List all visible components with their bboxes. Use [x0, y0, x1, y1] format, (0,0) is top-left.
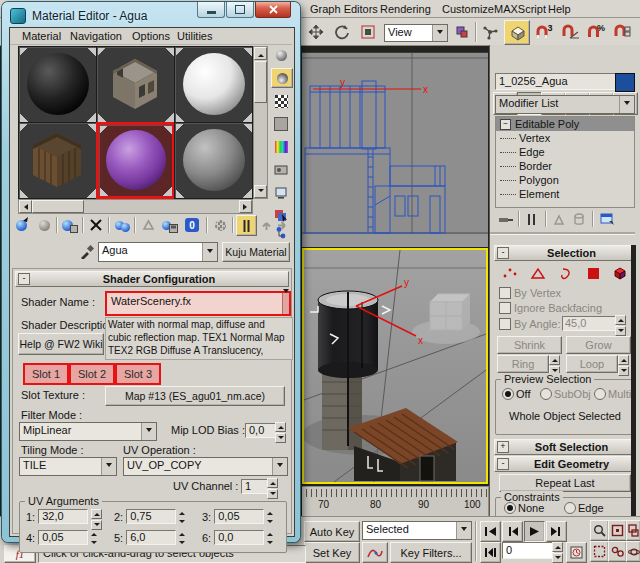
stack-item-border[interactable]: Border [496, 159, 634, 173]
material-name-dropdown[interactable]: Agua [98, 242, 218, 262]
by-angle-field[interactable]: 45,0 [562, 316, 618, 331]
uv-arg-spinner[interactable] [91, 509, 102, 524]
collapse-icon[interactable]: - [497, 458, 509, 470]
tiling-mode-dropdown[interactable]: TILE [19, 457, 117, 476]
horizontal-scroll-thumb[interactable] [32, 200, 84, 213]
grow-button[interactable]: Grow [566, 336, 631, 354]
preview-off-radio[interactable] [502, 388, 514, 400]
options-icon[interactable] [271, 184, 291, 202]
material-slot-3[interactable] [174, 46, 253, 123]
chevron-down-icon[interactable] [282, 293, 289, 314]
use-pivot-center-icon[interactable] [452, 22, 472, 42]
show-end-result-icon[interactable] [236, 215, 257, 236]
chevron-down-icon[interactable] [272, 458, 287, 475]
zoom-extents-icon[interactable] [608, 520, 627, 541]
menu-material[interactable]: Material [18, 29, 65, 43]
constraint-edge-radio[interactable] [564, 502, 576, 514]
border-subobject-icon[interactable] [554, 264, 578, 282]
uv-channel-spinner[interactable] [267, 478, 278, 495]
chevron-down-icon[interactable] [456, 522, 471, 539]
current-frame-field[interactable]: 0 [502, 542, 554, 559]
next-frame-button[interactable] [546, 521, 567, 542]
material-slot-5-selected[interactable] [96, 122, 175, 199]
rollout-soft-selection[interactable]: + Soft Selection [494, 439, 635, 455]
preview-multi-radio[interactable] [594, 388, 606, 400]
menu-rendering[interactable]: Rendering [376, 2, 435, 16]
tab-slot-2[interactable]: Slot 2 [69, 363, 115, 385]
uv-operation-dropdown[interactable]: UV_OP_COPY [123, 457, 288, 476]
ring-button[interactable]: Ring [497, 355, 549, 373]
menu-navigation[interactable]: Navigation [66, 29, 126, 43]
sample-uv-tiling-icon[interactable] [271, 115, 291, 133]
select-manipulate-icon[interactable] [480, 22, 500, 42]
assign-material-to-selection-icon[interactable] [61, 216, 79, 234]
uv-arg-field[interactable]: 0,05 [38, 530, 88, 545]
region-zoom-icon[interactable] [590, 541, 609, 562]
by-vertex-checkbox[interactable] [499, 287, 511, 299]
reference-coordsys-dropdown[interactable]: View [384, 24, 448, 42]
pin-stack-icon[interactable] [496, 211, 514, 227]
edge-subobject-icon[interactable] [526, 264, 550, 282]
background-icon[interactable] [271, 92, 291, 110]
menu-maxscript[interactable]: MAXScript [490, 2, 550, 16]
get-material-icon[interactable] [13, 216, 31, 234]
percent-snap-icon[interactable]: % [585, 22, 607, 42]
command-panel-scrollbar[interactable] [631, 245, 636, 516]
menu-help[interactable]: Help [544, 2, 575, 16]
chevron-down-icon[interactable] [432, 25, 447, 41]
uv-arg-spinner[interactable] [179, 530, 190, 545]
reset-map-icon[interactable] [87, 216, 105, 234]
vertical-scroll-thumb[interactable] [254, 61, 267, 103]
zoom-extents-all-icon[interactable] [626, 520, 640, 541]
menu-utilities[interactable]: Utilities [173, 29, 216, 43]
pick-material-eyedropper-icon[interactable] [78, 242, 96, 260]
object-name-field[interactable]: 1_0256_Agua [495, 73, 617, 90]
uv-arg-field[interactable]: 0,0 [214, 530, 264, 545]
menu-options[interactable]: Options [128, 29, 174, 43]
stack-item-element[interactable]: Element [496, 187, 634, 201]
snaps-toggle-button[interactable] [504, 20, 530, 45]
close-button[interactable] [255, 2, 291, 18]
viewport-front[interactable]: y x [302, 52, 488, 247]
constraint-none-radio[interactable] [504, 502, 516, 514]
selection-set-dropdown[interactable]: Selected [362, 521, 472, 540]
mip-lod-bias-field[interactable]: 0,0 [245, 423, 279, 438]
menu-customize[interactable]: Customize [438, 2, 498, 16]
spinner-snap-icon[interactable] [611, 22, 633, 42]
ring-spinner[interactable] [549, 355, 560, 371]
shader-name-dropdown-highlighted[interactable]: WaterScenery.fx [105, 291, 291, 316]
modifier-list-dropdown[interactable]: Modifier List [495, 95, 635, 114]
uv-arg-field[interactable]: 0,75 [126, 509, 176, 524]
slot-texture-button[interactable]: Map #13 (ES_agu01_nm.ace) [105, 386, 285, 406]
select-rotate-icon[interactable] [332, 22, 352, 42]
select-scale-icon[interactable] [358, 22, 378, 42]
vertex-subobject-icon[interactable] [498, 264, 522, 282]
material-slot-6[interactable] [174, 122, 253, 199]
tab-slot-1[interactable]: Slot 1 [23, 363, 69, 385]
pan-icon[interactable] [608, 541, 627, 562]
tab-slot-3[interactable]: Slot 3 [115, 363, 161, 385]
stack-item-edge[interactable]: Edge [496, 145, 634, 159]
rollout-edit-geometry[interactable]: - Edit Geometry [494, 456, 635, 472]
backlight-icon[interactable] [271, 68, 293, 88]
make-material-copy-icon[interactable] [113, 216, 131, 234]
preview-subobj-radio[interactable] [540, 388, 552, 400]
arc-rotate-icon[interactable] [626, 541, 640, 562]
expand-icon[interactable]: + [497, 441, 509, 453]
time-configuration-button[interactable] [566, 542, 587, 563]
uv-arg-spinner[interactable] [179, 509, 190, 524]
element-subobject-icon[interactable] [608, 264, 632, 282]
snap-3d-icon[interactable]: 3 [533, 22, 555, 42]
play-button[interactable] [524, 521, 545, 542]
repeat-last-button[interactable]: Repeat Last [499, 474, 631, 492]
select-move-icon[interactable] [306, 22, 326, 42]
sample-type-icon[interactable] [271, 46, 291, 64]
rollout-shader-configuration[interactable]: - Shader Configuration [15, 271, 289, 287]
stack-item-editable-poly[interactable]: − Editable Poly [496, 117, 634, 131]
angle-snap-icon[interactable] [559, 22, 581, 42]
material-id-channel-icon[interactable]: 0 [183, 216, 201, 234]
material-slot-1[interactable] [18, 46, 97, 123]
uv-arg-spinner[interactable] [91, 530, 102, 545]
material-slot-4[interactable] [18, 122, 97, 199]
make-preview-icon[interactable] [271, 161, 291, 179]
